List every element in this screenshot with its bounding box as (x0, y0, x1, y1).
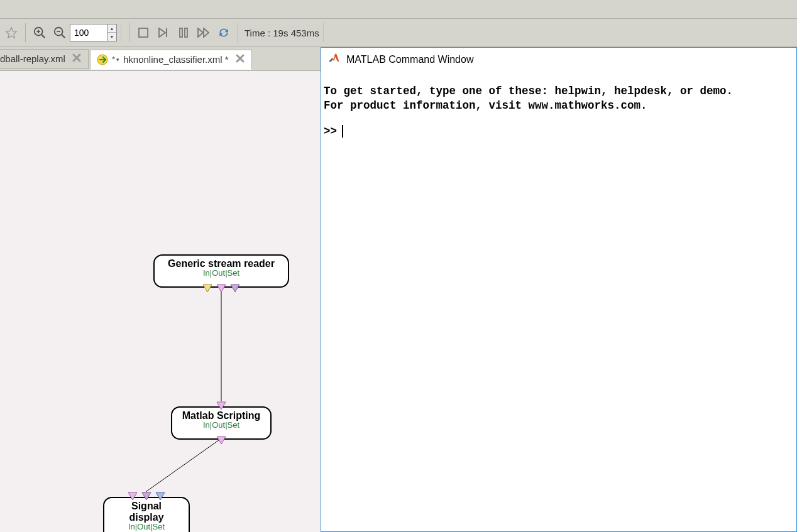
node-ports: In|Out|Set (113, 522, 180, 531)
svg-rect-10 (185, 28, 187, 37)
tab-label: dball-replay.xml (0, 53, 65, 64)
port-out-icon[interactable] (216, 436, 226, 445)
tab-hknonline-classifier[interactable]: * ▾ hknonline_classifier.xml * (90, 50, 252, 70)
svg-rect-9 (180, 28, 182, 37)
port-set-icon[interactable] (230, 284, 240, 293)
step-forward-icon[interactable] (154, 23, 173, 42)
matlab-titlebar[interactable]: MATLAB Command Window (321, 48, 796, 72)
pause-icon[interactable] (174, 23, 193, 42)
main-toolbar: ▲ ▼ Time : 19s 453ms (0, 19, 797, 47)
node-generic-stream-reader[interactable]: Generic stream reader In|Out|Set (153, 254, 289, 288)
stop-icon[interactable] (134, 23, 153, 42)
node-ports: In|Out|Set (181, 420, 261, 430)
zoom-spinner[interactable]: ▲ ▼ (107, 24, 117, 41)
matlab-command-window[interactable]: MATLAB Command Window To get started, ty… (321, 47, 797, 532)
spinner-up-icon[interactable]: ▲ (107, 24, 116, 33)
spinner-down-icon[interactable]: ▼ (107, 33, 116, 41)
input-ports (128, 492, 165, 501)
tab-label: hknonline_classifier.xml * (123, 54, 229, 65)
fast-forward-icon[interactable] (194, 23, 213, 42)
port-in-icon[interactable] (202, 284, 212, 293)
text-cursor (342, 125, 343, 138)
time-label: Time : 19s 453ms (245, 28, 319, 38)
svg-line-1 (41, 35, 45, 38)
zoom-out-icon[interactable] (50, 23, 69, 42)
port-in-icon[interactable] (128, 492, 138, 501)
node-matlab-scripting[interactable]: Matlab Scripting In|Out|Set (171, 406, 272, 440)
svg-rect-7 (139, 28, 148, 37)
console-line-1: To get started, type one of these: helpw… (324, 85, 733, 97)
port-out-icon[interactable] (216, 284, 226, 293)
modified-marker: * (112, 55, 115, 64)
close-icon[interactable] (235, 53, 245, 65)
svg-line-13 (146, 438, 221, 492)
zoom-input[interactable] (70, 24, 107, 41)
star-icon[interactable] (2, 23, 21, 42)
close-icon[interactable] (72, 53, 82, 65)
svg-line-5 (62, 35, 65, 38)
chevron-down-icon[interactable]: ▾ (116, 57, 119, 63)
edge-connections (0, 71, 321, 532)
console-prompt: >> (324, 124, 337, 139)
node-signal-display[interactable]: Signal display In|Out|Set (103, 497, 190, 532)
port-in-icon[interactable] (155, 492, 165, 501)
matlab-logo-icon (327, 52, 340, 67)
run-arrow-icon (97, 54, 108, 65)
designer-canvas[interactable]: Generic stream reader In|Out|Set Matlab … (0, 71, 321, 532)
node-title: Signal display (113, 501, 180, 523)
output-ports (216, 436, 226, 445)
console-line-2: For product information, visit www.mathw… (324, 99, 647, 112)
top-spacer (0, 0, 797, 19)
input-port[interactable] (216, 401, 226, 412)
port-in-icon[interactable] (141, 492, 151, 501)
output-ports (202, 284, 240, 293)
matlab-title: MATLAB Command Window (346, 54, 473, 65)
refresh-icon[interactable] (214, 23, 233, 42)
node-ports: In|Out|Set (163, 268, 279, 278)
matlab-console[interactable]: To get started, type one of these: helpw… (321, 72, 796, 138)
tab-dball-replay[interactable]: dball-replay.xml (0, 49, 89, 69)
zoom-in-icon[interactable] (30, 23, 49, 42)
